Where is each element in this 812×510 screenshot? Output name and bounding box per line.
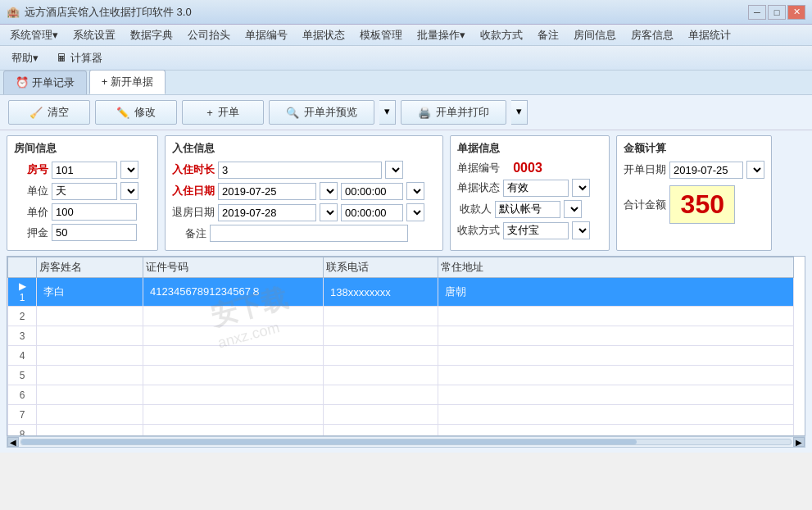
duration-row: 入住时长 ▾ — [172, 161, 436, 179]
table-row[interactable]: 4 — [8, 346, 794, 366]
payee-row: 收款人 ▾ — [457, 200, 602, 218]
table-cell — [438, 346, 794, 366]
checkin-time-input[interactable] — [341, 183, 403, 200]
checkout-date-dropdown[interactable]: ▾ — [320, 203, 338, 221]
close-button[interactable]: ✕ — [787, 5, 805, 20]
maximize-button[interactable]: □ — [768, 5, 786, 20]
checkin-section-title: 入住信息 — [172, 141, 436, 156]
table-cell — [37, 307, 143, 326]
table-row[interactable]: 3 — [8, 326, 794, 346]
table-header-row: 房客姓名 证件号码 联系电话 常住地址 — [8, 257, 794, 278]
table-cell — [143, 425, 324, 437]
table-row[interactable]: 7 — [8, 405, 794, 425]
table-cell — [143, 366, 324, 385]
table-cell — [37, 366, 143, 385]
menu-item-doc-status[interactable]: 单据状态 — [296, 26, 352, 44]
payee-dropdown[interactable]: ▾ — [564, 200, 582, 218]
checkin-date-input[interactable] — [218, 183, 316, 200]
modify-button[interactable]: ✏️ 修改 — [95, 100, 177, 125]
table-cell — [438, 326, 794, 346]
printer-icon: 🖨️ — [418, 107, 431, 119]
duration-input[interactable] — [218, 162, 382, 179]
price-row: 单价 — [14, 203, 151, 221]
room-no-dropdown[interactable]: ▾ — [120, 161, 138, 179]
checkout-date-label: 退房日期 — [172, 205, 215, 220]
table-cell: ▶ 1 — [8, 278, 37, 307]
open-date-dropdown[interactable]: ▾ — [746, 161, 764, 179]
table-cell — [324, 385, 438, 405]
menu-item-doc-stats[interactable]: 单据统计 — [682, 26, 737, 44]
table-header: 房客姓名 证件号码 联系电话 常住地址 — [8, 257, 794, 278]
menu-item-sys-settings[interactable]: 系统设置 — [66, 26, 122, 44]
menu-item-batch-ops[interactable]: 批量操作▾ — [411, 26, 472, 44]
payment-input[interactable] — [503, 222, 569, 239]
menu-item-doc-number[interactable]: 单据编号 — [238, 26, 294, 44]
deposit-input[interactable] — [52, 224, 137, 241]
plus-icon: + — [206, 107, 213, 119]
scroll-right-button[interactable]: ▶ — [793, 437, 805, 447]
print-button[interactable]: 🖨️ 开单并打印 — [401, 100, 506, 125]
table-cell: 6 — [8, 385, 37, 405]
tab-new-doc[interactable]: + 新开单据 — [89, 70, 166, 94]
open-button[interactable]: + 开单 — [182, 100, 264, 125]
table-cell — [324, 425, 438, 437]
menu-item-template-mgmt[interactable]: 模板管理 — [353, 26, 409, 44]
unit-input[interactable] — [52, 183, 117, 200]
checkout-time-dropdown[interactable]: ▾ — [406, 203, 424, 221]
table-row[interactable]: 6 — [8, 385, 794, 405]
table-cell: 8 — [8, 425, 37, 437]
menu-item-data-dict[interactable]: 数据字典 — [124, 26, 179, 44]
menu-item-payment-method[interactable]: 收款方式 — [474, 26, 529, 44]
table-cell: 41234567891234567８ — [143, 278, 324, 307]
open-date-row: 开单日期 ▾ — [624, 161, 764, 179]
checkout-time-input[interactable] — [341, 204, 403, 221]
table-row[interactable]: 8 — [8, 425, 794, 437]
table-cell: 唐朝 — [438, 278, 794, 307]
preview-button[interactable]: 🔍 开单并预览 — [269, 100, 374, 125]
table-cell — [143, 326, 324, 346]
checkout-date-input[interactable] — [218, 204, 316, 221]
tab-records[interactable]: ⏰ 开单记录 — [3, 71, 87, 94]
clear-label: 清空 — [48, 105, 69, 120]
table-row[interactable]: 5 — [8, 366, 794, 385]
preview-dropdown[interactable]: ▾ — [379, 100, 396, 125]
menu-item-sys-mgmt[interactable]: 系统管理▾ — [3, 26, 65, 44]
room-no-input[interactable] — [52, 162, 117, 179]
toolbar-item-calculator[interactable]: 🖩 计算器 — [50, 49, 109, 67]
minimize-button[interactable]: ─ — [748, 5, 766, 20]
table-cell — [37, 405, 143, 425]
amount-section: 金额计算 开单日期 ▾ 合计金额 350 — [616, 135, 772, 251]
toolbar-item-help[interactable]: 帮助▾ — [5, 49, 45, 67]
menu-item-company-header[interactable]: 公司抬头 — [181, 26, 237, 44]
table-row[interactable]: 2 — [8, 307, 794, 326]
menu-item-guest-info[interactable]: 房客信息 — [624, 26, 680, 44]
print-dropdown[interactable]: ▾ — [511, 100, 528, 125]
clear-button[interactable]: 🧹 清空 — [8, 100, 90, 125]
scroll-left-button[interactable]: ◀ — [7, 437, 19, 447]
table-cell — [324, 405, 438, 425]
unit-dropdown[interactable]: ▾ — [120, 182, 138, 200]
guest-table-container: 安下载 anxz.com 房客姓名 证件号码 联系电话 常住地址 ▶ 1李白41… — [7, 256, 805, 436]
payment-dropdown[interactable]: ▾ — [572, 221, 590, 239]
duration-dropdown[interactable]: ▾ — [385, 161, 403, 179]
scroll-track[interactable] — [20, 439, 792, 445]
table-cell: 李白 — [37, 278, 143, 307]
menu-item-remark[interactable]: 备注 — [531, 26, 565, 44]
remark-input[interactable] — [210, 225, 408, 242]
price-input[interactable] — [52, 203, 137, 221]
menu-item-room-info[interactable]: 房间信息 — [567, 26, 623, 44]
unit-label: 单位 — [14, 184, 48, 198]
payee-input[interactable] — [495, 201, 560, 218]
doc-status-input[interactable] — [503, 180, 569, 197]
horizontal-scrollbar[interactable]: ◀ ▶ — [7, 436, 805, 448]
checkin-time-dropdown[interactable]: ▾ — [406, 182, 424, 200]
open-date-input[interactable] — [669, 162, 743, 179]
open-label: 开单 — [218, 105, 239, 120]
doc-status-dropdown[interactable]: ▾ — [572, 179, 590, 197]
deposit-row: 押金 — [14, 224, 151, 241]
table-row[interactable]: ▶ 1李白41234567891234567８138xxxxxxxx唐朝 — [8, 278, 794, 307]
total-amount: 350 — [669, 185, 735, 224]
checkin-date-dropdown[interactable]: ▾ — [320, 182, 338, 200]
deposit-label: 押金 — [14, 225, 48, 240]
remark-row: 备注 — [172, 225, 436, 242]
